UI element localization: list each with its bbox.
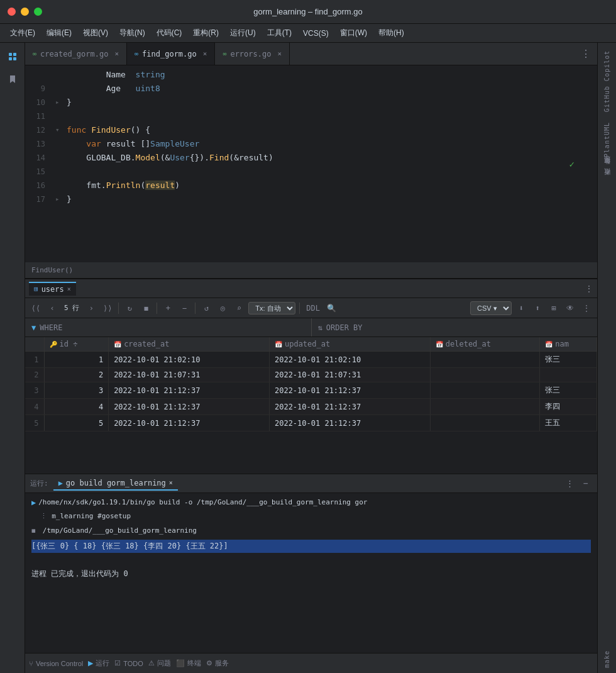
- database-panel[interactable]: 数据库: [600, 162, 614, 174]
- db-ddl-btn[interactable]: DDL: [306, 304, 320, 313]
- tab-label-find: find_gorm.go: [142, 50, 197, 58]
- db-refresh-btn[interactable]: ↻: [123, 301, 136, 315]
- tab-more-button[interactable]: ⋮: [575, 43, 597, 65]
- tab-icon-errors: ∞: [223, 50, 226, 57]
- db-separator-4: [299, 303, 300, 314]
- table-row[interactable]: 1 1 2022-10-01 21:02:10 2022-10-01 21:02…: [25, 352, 597, 368]
- right-sidebar: GitHub Copilot PlantUML 数据库 断点 make: [597, 43, 616, 673]
- left-sidebar: [0, 43, 25, 673]
- window-controls[interactable]: [8, 8, 42, 16]
- db-tab-users[interactable]: ⊞ users ×: [29, 282, 76, 296]
- db-search-btn[interactable]: ⌕: [232, 301, 246, 315]
- menu-view[interactable]: 视图(V): [78, 26, 113, 40]
- col-header-updated-at[interactable]: 📅updated_at: [269, 337, 430, 352]
- arrow-icon: ▶: [31, 497, 36, 509]
- cell-rownum: 3: [25, 382, 44, 399]
- tab-created-gorm[interactable]: ∞ created_gorm.go ×: [25, 43, 127, 65]
- key-icon: 🔑: [50, 341, 57, 348]
- cell-updated-at: 2022-10-01 21:12:37: [269, 399, 430, 415]
- cell-created-at: 2022-10-01 21:12:37: [109, 415, 270, 431]
- db-more-button[interactable]: ⋮: [585, 284, 593, 294]
- menu-refactor[interactable]: 重构(R): [188, 26, 224, 40]
- db-filter-search-btn[interactable]: 🔍: [325, 301, 339, 315]
- db-next-btn[interactable]: ›: [84, 301, 98, 315]
- terminal-line-cmd: ▶ /home/nx/sdk/go1.19.1/bin/go build -o …: [31, 497, 591, 509]
- table-row[interactable]: 2 2 2022-10-01 21:07:31 2022-10-01 21:07…: [25, 368, 597, 382]
- col-header-created-at[interactable]: 📅created_at: [109, 337, 270, 352]
- content-area: ∞ created_gorm.go × ∞ find_gorm.go × ∞ e…: [25, 43, 597, 673]
- db-table: 🔑id ÷ 📅created_at 📅updated_at 📅deleted_a…: [25, 337, 597, 431]
- terminal-close-btn[interactable]: −: [580, 477, 592, 490]
- cell-id: 2: [44, 368, 109, 382]
- db-download-btn[interactable]: ⬇: [514, 301, 528, 315]
- sidebar-icon-project[interactable]: [3, 47, 23, 67]
- svg-rect-0: [9, 53, 12, 56]
- col-header-id[interactable]: 🔑id ÷: [44, 337, 109, 352]
- fold-icon[interactable]: ▾: [55, 123, 64, 137]
- breakpoints-panel[interactable]: 断点: [600, 174, 614, 186]
- bottom-tab-terminal[interactable]: ⬛ 终端: [176, 659, 201, 668]
- db-more-btn[interactable]: ⋮: [580, 301, 593, 315]
- db-column-btn[interactable]: ⊞: [547, 301, 561, 315]
- plantuml-panel[interactable]: PlantUML: [601, 117, 613, 162]
- table-row[interactable]: 4 4 2022-10-01 21:12:37 2022-10-01 21:12…: [25, 399, 597, 415]
- table-row[interactable]: 5 5 2022-10-01 21:12:37 2022-10-01 21:12…: [25, 415, 597, 431]
- menu-tools[interactable]: 工具(T): [262, 26, 297, 40]
- line-number: [25, 68, 55, 82]
- tab-find-gorm[interactable]: ∞ find_gorm.go ×: [127, 43, 215, 65]
- code-line: 16 fmt.Println(result): [25, 179, 597, 192]
- code-line: 14 GLOBAL_DB.Model(&User{}).Find(&result…: [25, 151, 597, 165]
- terminal-tab-build[interactable]: ▶ go build gorm_learning ×: [53, 477, 178, 491]
- terminal-menu-btn[interactable]: ⋮: [563, 477, 576, 490]
- bottom-tab-todo-label: TODO: [123, 660, 143, 667]
- close-button[interactable]: [8, 8, 16, 16]
- bottom-tab-problems[interactable]: ⚠ 问题: [148, 659, 171, 668]
- menu-code[interactable]: 代码(C): [151, 26, 187, 40]
- menu-navigate[interactable]: 导航(N): [114, 26, 150, 40]
- db-upload-btn[interactable]: ⬆: [531, 301, 544, 315]
- db-view-btn[interactable]: ◎: [216, 301, 229, 315]
- code-editor[interactable]: Name string 9 Age uint8 10 ▸ } 11: [25, 65, 597, 262]
- tab-icon-find: ∞: [135, 50, 138, 57]
- db-revert-btn[interactable]: ↺: [199, 301, 213, 315]
- fold-icon[interactable]: ▸: [55, 96, 64, 109]
- tab-errors[interactable]: ∞ errors.go ×: [215, 43, 290, 65]
- fold-icon[interactable]: ▸: [55, 192, 64, 206]
- bottom-tab-todo[interactable]: ☑ TODO: [114, 659, 143, 667]
- db-first-btn[interactable]: ⟨⟨: [29, 301, 43, 315]
- github-copilot-panel[interactable]: GitHub Copilot: [601, 45, 613, 117]
- tab-close-find[interactable]: ×: [203, 50, 207, 58]
- db-delete-btn[interactable]: −: [177, 301, 191, 315]
- db-tx-select[interactable]: Tx: 自动: [248, 302, 295, 314]
- menu-edit[interactable]: 编辑(E): [41, 26, 77, 40]
- tab-close-created[interactable]: ×: [114, 50, 119, 58]
- stop-icon: ◼: [31, 526, 36, 535]
- make-panel[interactable]: make: [601, 645, 613, 673]
- minimize-button[interactable]: [21, 8, 29, 16]
- code-lines: Name string 9 Age uint8 10 ▸ } 11: [25, 65, 597, 262]
- db-table-container[interactable]: 🔑id ÷ 📅created_at 📅updated_at 📅deleted_a…: [25, 337, 597, 474]
- maximize-button[interactable]: [34, 8, 42, 16]
- db-add-btn[interactable]: +: [161, 301, 175, 315]
- menu-vcs[interactable]: VCS(S): [298, 27, 334, 40]
- menu-file[interactable]: 文件(E): [5, 26, 40, 40]
- col-header-deleted-at[interactable]: 📅deleted_at: [430, 337, 540, 352]
- menu-window[interactable]: 窗口(W): [335, 26, 372, 40]
- bottom-tab-services[interactable]: ⚙ 服务: [206, 659, 229, 668]
- menu-run[interactable]: 运行(U): [225, 26, 261, 40]
- table-row[interactable]: 3 3 2022-10-01 21:12:37 2022-10-01 21:12…: [25, 382, 597, 399]
- sidebar-icon-bookmarks[interactable]: [3, 69, 23, 89]
- tab-close-errors[interactable]: ×: [277, 50, 282, 58]
- db-prev-btn[interactable]: ‹: [45, 301, 59, 315]
- cell-created-at: 2022-10-01 21:12:37: [109, 382, 270, 399]
- db-tab-close[interactable]: ×: [67, 286, 71, 292]
- bottom-tab-vcs[interactable]: ⑂ Version Control: [29, 660, 83, 667]
- db-csv-select[interactable]: CSV ▾: [470, 301, 512, 315]
- menu-help[interactable]: 帮助(H): [373, 26, 409, 40]
- db-eye-btn[interactable]: 👁: [563, 301, 577, 315]
- db-last-btn[interactable]: ⟩⟩: [101, 301, 114, 315]
- col-header-name[interactable]: 📅nam: [540, 337, 597, 352]
- db-stop-btn[interactable]: ◼: [139, 301, 153, 315]
- bottom-tab-run[interactable]: ▶ 运行: [88, 659, 109, 668]
- terminal-tab-close[interactable]: ×: [169, 479, 173, 486]
